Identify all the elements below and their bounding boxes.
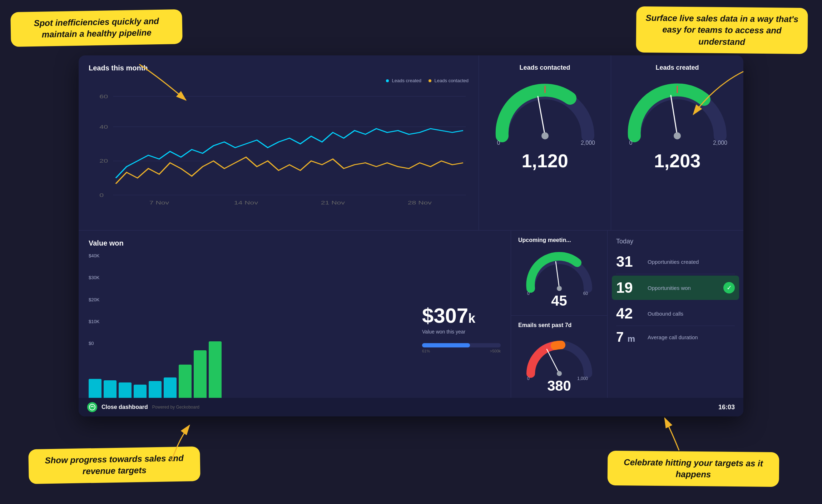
svg-text:28 Nov: 28 Nov (408, 200, 432, 206)
svg-text:21 Nov: 21 Nov (321, 200, 345, 206)
progress-target: >500k (490, 349, 501, 353)
arrow-bottom-left (0, 361, 250, 504)
value-won-title: Value won (89, 239, 501, 247)
legend-dot-created (386, 79, 389, 82)
outbound-calls-number: 42 (616, 305, 645, 322)
svg-text:0: 0 (527, 291, 530, 296)
opportunities-created-number: 31 (616, 253, 645, 270)
svg-text:0: 0 (99, 192, 104, 198)
today-title: Today (616, 238, 735, 245)
today-row-duration: 7 m Average call duration (616, 326, 735, 349)
bar-y-10k: $10K (89, 319, 408, 324)
legend-dot-contacted (429, 79, 431, 82)
today-row-won: 19 Opportunities won ✓ (612, 276, 739, 300)
call-duration-label: Average call duration (648, 334, 698, 340)
opportunities-won-label: Opportunities won (648, 285, 691, 291)
svg-point-21 (557, 286, 562, 291)
legend-leads-contacted: Leads contacted (429, 78, 469, 83)
svg-point-25 (557, 371, 562, 376)
bar-y-20k: $20K (89, 297, 408, 302)
leads-created-value: 1,203 (654, 150, 700, 172)
svg-text:0: 0 (497, 140, 500, 146)
arrow-top-left (0, 0, 250, 143)
svg-text:14 Nov: 14 Nov (234, 200, 258, 206)
value-won-amount: $307 (422, 303, 468, 327)
progress-pct: 61% (422, 349, 430, 353)
svg-text:60: 60 (583, 291, 588, 296)
meetings-gauge: 0 60 (524, 249, 595, 296)
bar-y-30k: $30K (89, 275, 408, 280)
bar-y-40k: $40K (89, 253, 408, 258)
arrow-bottom-right (572, 361, 822, 504)
meetings-title: Upcoming meetin... (518, 237, 600, 243)
upcoming-meetings-widget: Upcoming meetin... 0 60 45 (511, 231, 607, 316)
value-won-unit: k (468, 311, 475, 326)
today-row-opportunities: 31 Opportunities created (616, 249, 735, 274)
svg-line-20 (556, 262, 559, 288)
value-won-progress-fill (422, 343, 470, 347)
leads-contacted-value: 1,120 (521, 150, 568, 172)
emails-title: Emails sent past 7d (518, 322, 600, 328)
value-won-subtitle: Value won this year (422, 329, 501, 335)
call-duration-number: 7 m (616, 330, 645, 345)
svg-text:0: 0 (527, 376, 530, 381)
legend-leads-created: Leads created (386, 78, 421, 83)
meetings-value: 45 (551, 293, 567, 309)
value-won-progress-bar (422, 343, 501, 347)
svg-text:7 Nov: 7 Nov (149, 200, 169, 206)
svg-line-24 (547, 349, 559, 374)
outbound-calls-label: Outbound calls (648, 311, 683, 317)
check-icon: ✓ (723, 282, 735, 293)
svg-text:20: 20 (99, 158, 108, 164)
arrow-top-right (536, 0, 822, 143)
opportunities-won-number: 19 (616, 279, 645, 296)
opportunities-created-label: Opportunities created (648, 259, 699, 265)
today-row-calls: 42 Outbound calls (616, 301, 735, 326)
emails-value: 380 (547, 378, 571, 394)
